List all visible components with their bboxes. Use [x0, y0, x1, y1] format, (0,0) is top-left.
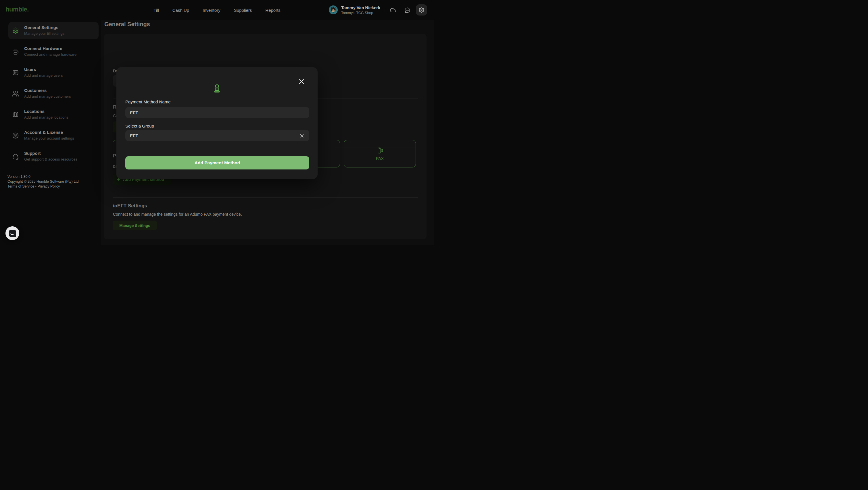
sidebar-item-sublabel: Add and manage users	[24, 73, 63, 77]
sidebar-footer: Version 1.80.0 Copyright © 2025 Humble S…	[7, 174, 79, 189]
manage-settings-button[interactable]: Manage Settings	[113, 221, 157, 230]
nav-inventory[interactable]: Inventory	[203, 8, 220, 13]
sidebar-item-account-license[interactable]: Account & License Manage your account se…	[8, 127, 99, 144]
version-text: Version 1.80.0	[7, 174, 79, 179]
privacy-link[interactable]: Privacy Policy	[37, 185, 60, 188]
user-name: Tammy Van Niekerk	[341, 5, 380, 10]
sidebar-item-locations[interactable]: Locations Add and manage locations	[8, 106, 99, 123]
page-title: General Settings	[104, 21, 150, 28]
sidebar-item-sublabel: Manage your till settings	[24, 31, 64, 36]
sidebar-item-sublabel: Connect and manage hardware	[24, 52, 76, 57]
top-bar: humble. Till Cash Up Inventory Suppliers…	[0, 0, 434, 20]
sidebar-item-label: Account & License	[24, 130, 63, 135]
ioeft-heading: ioEFT Settings	[113, 203, 147, 209]
primary-nav: Till Cash Up Inventory Suppliers Reports	[0, 0, 434, 20]
settings-sidebar: General Settings Manage your till settin…	[0, 20, 101, 245]
sidebar-item-connect-hardware[interactable]: Connect Hardware Connect and manage hard…	[8, 43, 99, 60]
divider	[113, 197, 418, 198]
pax-card-label: PAX	[376, 156, 384, 161]
printer-icon	[12, 48, 19, 55]
nav-suppliers[interactable]: Suppliers	[234, 8, 252, 13]
footer-separator: •	[35, 185, 36, 188]
clear-group-icon[interactable]	[300, 133, 304, 138]
group-select-input[interactable]	[125, 130, 309, 141]
sidebar-item-label: Customers	[24, 88, 46, 93]
nav-reports[interactable]: Reports	[265, 8, 281, 13]
sidebar-item-label: Users	[24, 67, 36, 72]
sidebar-item-sublabel: Add and manage locations	[24, 115, 68, 120]
payment-method-name-input[interactable]	[125, 107, 309, 118]
ioeft-description: Connect to and manage the settings for a…	[113, 212, 242, 217]
sidebar-item-sublabel: Manage your account settings	[24, 136, 74, 140]
add-payment-method-modal: Payment Method Name Select a Group Add P…	[116, 67, 318, 179]
nav-till[interactable]: Till	[153, 8, 159, 13]
copyright-text: Copyright © 2025 Humble Software (Pty) L…	[7, 179, 79, 184]
payment-method-name-label: Payment Method Name	[125, 99, 171, 104]
bank-icon	[212, 83, 222, 94]
map-icon	[12, 111, 19, 118]
headset-icon	[12, 153, 19, 160]
close-icon[interactable]	[298, 78, 305, 85]
user-circle-icon	[12, 132, 19, 139]
sidebar-item-label: General Settings	[24, 25, 58, 30]
users-icon	[12, 90, 19, 97]
terms-link[interactable]: Terms of Service	[7, 185, 34, 188]
sidebar-item-sublabel: Add and manage customers	[24, 94, 71, 99]
sidebar-item-sublabel: Get support & access resources	[24, 157, 77, 161]
support-chat-launcher[interactable]	[5, 226, 19, 240]
sidebar-item-general-settings[interactable]: General Settings Manage your till settin…	[8, 22, 99, 39]
settings-gear-button[interactable]	[416, 4, 427, 15]
nav-cash-up[interactable]: Cash Up	[173, 8, 189, 13]
sidebar-item-label: Support	[24, 151, 41, 156]
sidebar-item-label: Connect Hardware	[24, 46, 62, 51]
sidebar-item-customers[interactable]: Customers Add and manage customers	[8, 85, 99, 102]
sidebar-item-users[interactable]: Users Add and manage users	[8, 64, 99, 81]
chat-bubble-icon	[9, 230, 16, 237]
sidebar-item-support[interactable]: Support Get support & access resources	[8, 148, 99, 165]
avatar[interactable]	[329, 5, 338, 14]
cloud-icon[interactable]	[390, 7, 396, 13]
gear-icon	[418, 7, 425, 13]
payment-method-card-pax[interactable]: PAX	[344, 140, 416, 167]
gear-icon	[12, 27, 19, 34]
user-shop-name: Tammy's TCG Shop	[341, 11, 373, 15]
add-payment-method-submit-button[interactable]: Add Payment Method	[125, 156, 309, 169]
select-group-label: Select a Group	[125, 124, 154, 128]
phone-vibrate-icon	[376, 147, 384, 154]
id-card-icon	[12, 69, 19, 76]
chat-bubble-icon[interactable]	[404, 7, 411, 13]
sidebar-item-label: Locations	[24, 109, 44, 114]
